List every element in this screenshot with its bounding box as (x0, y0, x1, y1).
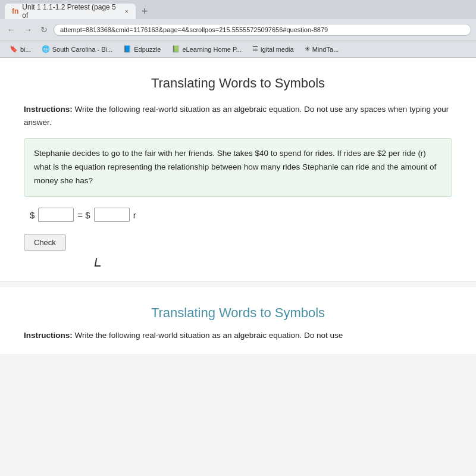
variable-r: r (133, 210, 136, 220)
check-button[interactable]: Check (24, 234, 66, 251)
bookmark-mindtap[interactable]: ✳ MindTa... (300, 44, 344, 54)
address-input[interactable]: attempt=8813368&cmid=1176163&page=4&scro… (54, 24, 471, 36)
forward-button[interactable]: → (21, 24, 35, 36)
bookmark-bi-label: bi... (20, 46, 31, 53)
browser-chrome: fn Unit 1 1.1-1.2 Pretest (page 5 of × +… (0, 0, 476, 58)
bookmark-sc[interactable]: 🌐 South Carolina - Bi... (37, 44, 118, 54)
tab-close-button[interactable]: × (125, 8, 129, 15)
equation-row: $ = $ r (30, 208, 452, 222)
second-instructions-label: Instructions: (24, 331, 73, 340)
second-section-title: Translating Words to Symbols (24, 305, 452, 321)
address-bar-row: ← → ↻ attempt=8813368&cmid=1176163&page=… (0, 19, 476, 40)
dollar-sign-1: $ (30, 210, 35, 220)
bookmarks-bar: 🔖 bi... 🌐 South Carolina - Bi... 📘 Edpuz… (0, 40, 476, 57)
second-section: Translating Words to Symbols Instruction… (0, 287, 476, 354)
bookmark-mindtap-label: MindTa... (312, 46, 339, 53)
question-section: Translating Words to Symbols Instruction… (0, 58, 476, 281)
bookmark-elearning-icon: 📗 (172, 45, 180, 53)
instructions-label: Instructions: (24, 105, 73, 114)
second-instructions-text: Write the following real-world situation… (75, 331, 343, 340)
bookmark-bi[interactable]: 🔖 bi... (5, 44, 36, 54)
tab-favicon: fn (12, 7, 18, 15)
new-tab-button[interactable]: + (139, 5, 151, 18)
cursor-area (24, 251, 452, 269)
page-content: Translating Words to Symbols Instruction… (0, 58, 476, 476)
bookmark-sc-icon: 🌐 (42, 45, 50, 53)
bookmark-igital[interactable]: ☰ igital media (248, 44, 299, 54)
tab-title: Unit 1 1.1-1.2 Pretest (page 5 of (22, 3, 117, 20)
bookmark-igital-icon: ☰ (252, 45, 258, 53)
bookmark-elearning[interactable]: 📗 eLearning Home P... (167, 44, 246, 54)
equals-sign: = $ (77, 210, 90, 220)
instructions-block: Instructions: Write the following real-w… (24, 103, 452, 129)
bookmark-bi-icon: 🔖 (10, 45, 18, 53)
second-instructions: Instructions: Write the following real-w… (24, 329, 452, 342)
bookmark-edpuzzle[interactable]: 📘 Edpuzzle (118, 44, 165, 54)
cursor-icon (95, 258, 102, 267)
bookmark-edpuzzle-icon: 📘 (123, 45, 131, 53)
bookmark-edpuzzle-label: Edpuzzle (134, 46, 161, 53)
equation-input-2[interactable] (94, 208, 130, 222)
question-text: Stephanie decides to go to the fair with… (24, 138, 452, 197)
bookmark-mindtap-icon: ✳ (305, 45, 310, 53)
bookmark-igital-label: igital media (261, 46, 294, 53)
bookmark-elearning-label: eLearning Home P... (183, 46, 242, 53)
active-tab[interactable]: fn Unit 1 1.1-1.2 Pretest (page 5 of × (5, 4, 136, 19)
instructions-text: Write the following real-world situation… (24, 105, 449, 127)
section-title: Translating Words to Symbols (24, 76, 452, 91)
tab-bar: fn Unit 1 1.1-1.2 Pretest (page 5 of × + (0, 0, 476, 19)
reload-button[interactable]: ↻ (38, 24, 50, 36)
bookmark-sc-label: South Carolina - Bi... (52, 46, 113, 53)
equation-input-1[interactable] (38, 208, 74, 222)
back-button[interactable]: ← (5, 24, 18, 36)
